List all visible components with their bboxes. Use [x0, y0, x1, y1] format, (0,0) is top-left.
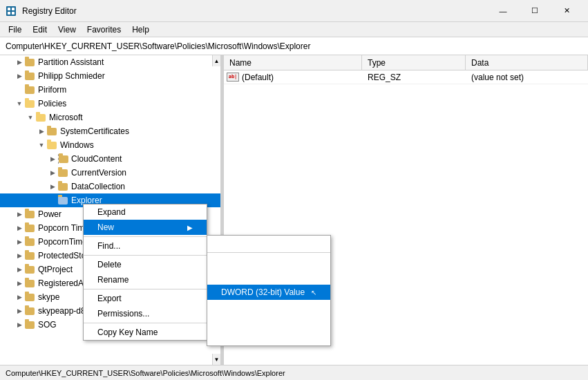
col-header-data: Data — [466, 55, 588, 70]
window-controls: — ☐ ✕ — [487, 0, 582, 22]
ctx-submenu-arrow-icon: ▶ — [187, 224, 193, 231]
cursor-icon: ↖ — [311, 289, 316, 296]
minimize-button[interactable]: — — [487, 0, 519, 22]
scroll-up-button[interactable]: ▲ — [212, 55, 220, 66]
ctx-submenu-item-dword[interactable]: DWORD (32-bit) Value ↖ — [207, 285, 330, 300]
ctx-item-export[interactable]: Export — [84, 291, 207, 306]
tree-arrow-icon: ▶ — [14, 294, 25, 301]
folder-icon — [25, 85, 36, 95]
menu-edit[interactable]: Edit — [27, 23, 53, 36]
registry-row[interactable]: ab| (Default) REG_SZ (value not set) — [224, 70, 588, 84]
tree-label: PopcornTime — [38, 237, 87, 247]
title-bar-left: Registry Editor — [6, 6, 77, 17]
ctx-item-permissions[interactable]: Permissions... — [84, 306, 207, 321]
folder-icon — [25, 237, 36, 247]
registry-data-cell: (value not set) — [466, 73, 588, 82]
ctx-submenu-item-dword-label: DWORD (32-bit) Value — [221, 287, 305, 297]
tree-item[interactable]: ▶ CloudContent — [0, 152, 220, 166]
ctx-item-new[interactable]: New ▶ Key String Value Binary Value DW — [84, 220, 207, 235]
window-title: Registry Editor — [22, 6, 77, 16]
tree-label: DataCollection — [71, 182, 125, 191]
tree-label: SystemCertificates — [60, 126, 129, 136]
tree-arrow-icon: ▼ — [36, 142, 47, 149]
ctx-item-delete[interactable]: Delete — [84, 257, 207, 272]
tree-item[interactable]: ▼ Microsoft — [0, 111, 220, 124]
tree-item[interactable]: ▶ Piriform — [0, 83, 220, 97]
scroll-down-button[interactable]: ▼ — [212, 354, 220, 365]
menu-bar: File Edit View Favorites Help — [0, 22, 588, 37]
tree-item[interactable]: ▼ Policies — [0, 97, 220, 111]
ctx-item-new-label: New — [97, 222, 114, 232]
tree-item[interactable]: ▶ DataCollection — [0, 180, 220, 193]
main-content: ▲ ▶ Partition Assistant ▶ Philipp Schmie… — [0, 55, 588, 365]
tree-arrow-icon: ▶ — [14, 211, 25, 218]
tree-arrow-icon: ▶ — [47, 169, 58, 176]
column-headers: Name Type Data — [224, 55, 588, 70]
tree-label: Policies — [38, 99, 66, 108]
folder-icon — [25, 99, 36, 108]
tree-arrow-icon: ▼ — [14, 100, 25, 107]
tree-label: CloudContent — [71, 154, 122, 164]
ctx-item-expand[interactable]: Expand — [84, 205, 207, 220]
tree-arrow-icon: ▼ — [25, 114, 36, 121]
ctx-item-find[interactable]: Find... — [84, 238, 207, 254]
tree-arrow-icon: ▶ — [14, 280, 25, 287]
tree-item[interactable]: ▼ Windows — [0, 138, 220, 152]
address-bar: Computer\HKEY_CURRENT_USER\Software\Poli… — [0, 37, 588, 55]
ctx-submenu-item-binary[interactable]: Binary Value — [207, 269, 330, 285]
ctx-item-rename[interactable]: Rename — [84, 272, 207, 287]
menu-file[interactable]: File — [3, 23, 27, 36]
svg-rect-4 — [12, 12, 15, 15]
status-bar-text: Computer\HKEY_CURRENT_USER\Software\Poli… — [6, 369, 285, 377]
ctx-item-copy-key-label: Copy Key Name — [97, 327, 158, 337]
ctx-submenu-item-string[interactable]: String Value — [207, 254, 330, 269]
app-icon — [6, 6, 17, 17]
folder-icon — [58, 154, 69, 164]
tree-item[interactable]: ▶ Partition Assistant — [0, 55, 220, 69]
address-bar-path: Computer\HKEY_CURRENT_USER\Software\Poli… — [6, 41, 310, 51]
svg-rect-1 — [8, 8, 10, 10]
ctx-submenu-item-binary-label: Binary Value — [221, 272, 267, 282]
tree-label: SOG — [38, 320, 57, 330]
folder-icon — [47, 140, 58, 150]
ctx-item-copy-key[interactable]: Copy Key Name — [84, 325, 207, 340]
tree-label: Philipp Schmieder — [38, 71, 105, 81]
folder-icon — [25, 292, 36, 302]
tree-label: Windows — [60, 140, 94, 150]
ctx-submenu-item-key[interactable]: Key — [207, 236, 330, 251]
tree-arrow-icon: ▶ — [47, 155, 58, 162]
maximize-button[interactable]: ☐ — [519, 0, 551, 22]
folder-icon — [47, 126, 58, 136]
svg-rect-0 — [6, 6, 16, 16]
tree-arrow-icon: ▶ — [47, 183, 58, 190]
ctx-submenu-item-expandable[interactable]: Expandable String Value — [207, 330, 330, 345]
folder-icon — [58, 182, 69, 191]
col-header-name: Name — [224, 55, 362, 70]
menu-help[interactable]: Help — [126, 23, 155, 36]
folder-icon — [25, 265, 36, 274]
tree-arrow-icon: ▶ — [14, 321, 25, 328]
menu-favorites[interactable]: Favorites — [82, 23, 126, 36]
registry-name-cell: ab| (Default) — [224, 73, 362, 82]
folder-icon — [25, 306, 36, 316]
tree-arrow-icon: ▶ — [36, 128, 47, 135]
tree-item[interactable]: ▶ Philipp Schmieder — [0, 69, 220, 83]
ctx-submenu-item-key-label: Key — [221, 238, 236, 248]
registry-type-cell: REG_SZ — [362, 73, 466, 82]
close-button[interactable]: ✕ — [551, 0, 582, 22]
ctx-item-find-label: Find... — [97, 241, 120, 251]
ctx-submenu-item-multistring[interactable]: Multi-String Value — [207, 315, 330, 330]
ctx-separator — [84, 255, 207, 256]
tree-label: Microsoft — [49, 113, 83, 122]
ctx-submenu-item-qword[interactable]: QWORD (64-bit) Value — [207, 300, 330, 315]
tree-arrow-icon: ▶ — [14, 266, 25, 273]
tree-item[interactable]: ▶ SystemCertificates — [0, 124, 220, 138]
folder-icon — [36, 113, 47, 122]
menu-view[interactable]: View — [53, 23, 82, 36]
tree-label: Piriform — [38, 85, 66, 95]
tree-label: CurrentVersion — [71, 168, 126, 178]
folder-icon — [25, 71, 36, 81]
tree-arrow-icon: ▶ — [14, 59, 25, 66]
tree-item[interactable]: ▶ CurrentVersion — [0, 166, 220, 180]
title-bar: Registry Editor — ☐ ✕ — [0, 0, 588, 22]
